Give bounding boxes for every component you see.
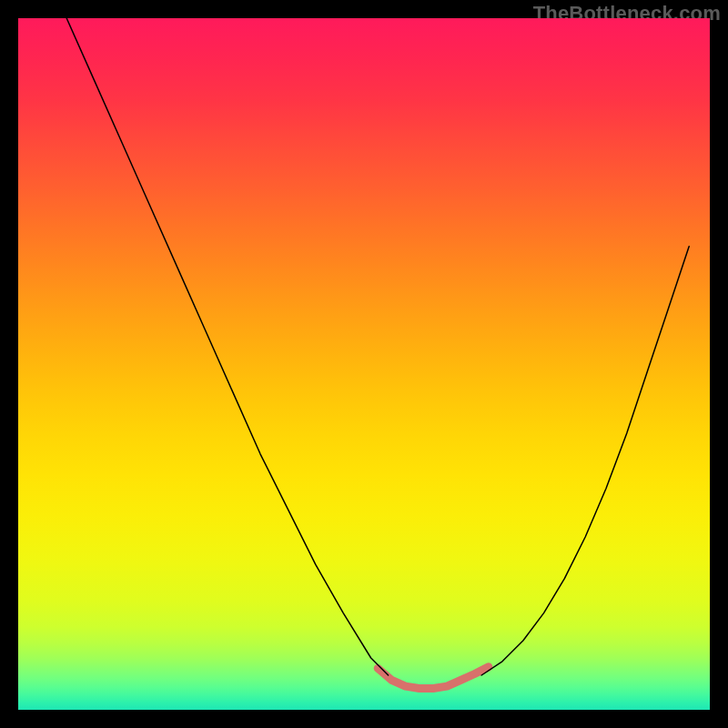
bottleneck-chart — [18, 18, 710, 710]
chart-background — [18, 18, 710, 710]
chart-frame: TheBottleneck.com — [0, 0, 728, 728]
